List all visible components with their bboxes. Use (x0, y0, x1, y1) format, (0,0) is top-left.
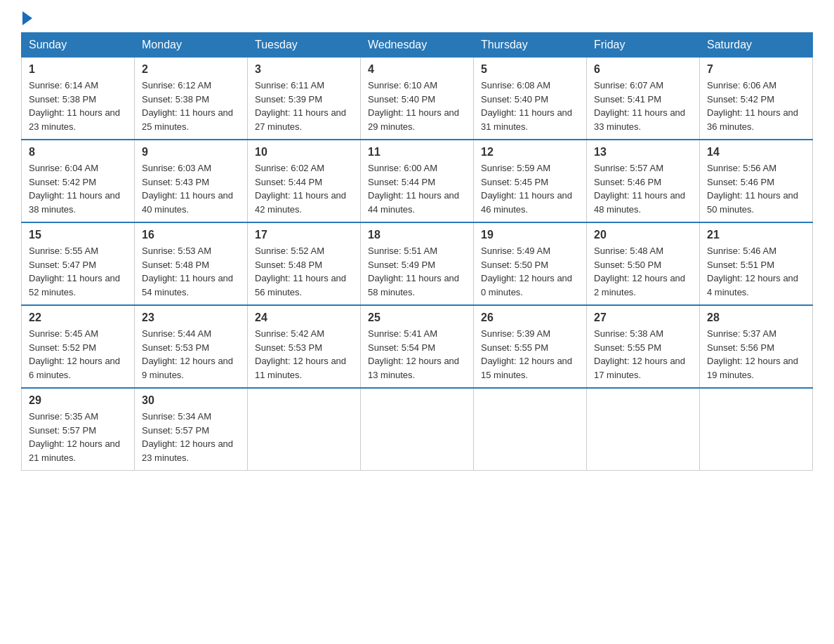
day-info: Sunrise: 6:03 AMSunset: 5:43 PMDaylight:… (142, 161, 240, 216)
calendar-week-row: 1Sunrise: 6:14 AMSunset: 5:38 PMDaylight… (22, 58, 813, 140)
day-number: 12 (481, 146, 579, 159)
calendar-cell: 10Sunrise: 6:02 AMSunset: 5:44 PMDayligh… (248, 140, 361, 222)
page-header (21, 14, 813, 25)
calendar-cell (474, 388, 587, 471)
day-number: 28 (707, 311, 805, 324)
day-info: Sunrise: 5:45 AMSunset: 5:52 PMDaylight:… (29, 327, 127, 382)
day-number: 6 (594, 63, 692, 76)
calendar-cell: 4Sunrise: 6:10 AMSunset: 5:40 PMDaylight… (361, 58, 474, 140)
day-info: Sunrise: 6:14 AMSunset: 5:38 PMDaylight:… (29, 79, 127, 133)
day-number: 9 (142, 146, 240, 159)
day-number: 21 (707, 229, 805, 241)
calendar-cell: 3Sunrise: 6:11 AMSunset: 5:39 PMDaylight… (248, 58, 361, 140)
day-number: 3 (255, 63, 353, 76)
calendar-table: SundayMondayTuesdayWednesdayThursdayFrid… (21, 32, 813, 471)
day-info: Sunrise: 5:59 AMSunset: 5:45 PMDaylight:… (481, 161, 579, 216)
calendar-cell (361, 388, 474, 471)
calendar-cell: 29Sunrise: 5:35 AMSunset: 5:57 PMDayligh… (22, 388, 135, 471)
calendar-cell: 22Sunrise: 5:45 AMSunset: 5:52 PMDayligh… (22, 305, 135, 388)
day-info: Sunrise: 6:02 AMSunset: 5:44 PMDaylight:… (255, 161, 353, 216)
calendar-cell: 17Sunrise: 5:52 AMSunset: 5:48 PMDayligh… (248, 222, 361, 305)
calendar-cell: 27Sunrise: 5:38 AMSunset: 5:55 PMDayligh… (587, 305, 700, 388)
day-info: Sunrise: 5:37 AMSunset: 5:56 PMDaylight:… (707, 327, 805, 382)
day-number: 30 (142, 394, 240, 407)
day-number: 19 (481, 229, 579, 241)
col-header-sunday: Sunday (22, 33, 135, 58)
day-number: 15 (29, 229, 127, 241)
day-info: Sunrise: 5:42 AMSunset: 5:53 PMDaylight:… (255, 327, 353, 382)
calendar-week-row: 29Sunrise: 5:35 AMSunset: 5:57 PMDayligh… (22, 388, 813, 471)
calendar-cell: 9Sunrise: 6:03 AMSunset: 5:43 PMDaylight… (135, 140, 248, 222)
calendar-cell: 26Sunrise: 5:39 AMSunset: 5:55 PMDayligh… (474, 305, 587, 388)
col-header-wednesday: Wednesday (361, 33, 474, 58)
day-number: 29 (29, 394, 127, 407)
day-info: Sunrise: 6:06 AMSunset: 5:42 PMDaylight:… (707, 79, 805, 133)
day-number: 23 (142, 311, 240, 324)
day-number: 25 (368, 311, 466, 324)
day-info: Sunrise: 6:12 AMSunset: 5:38 PMDaylight:… (142, 79, 240, 133)
calendar-cell: 23Sunrise: 5:44 AMSunset: 5:53 PMDayligh… (135, 305, 248, 388)
day-number: 7 (707, 63, 805, 76)
day-number: 20 (594, 229, 692, 241)
calendar-cell: 21Sunrise: 5:46 AMSunset: 5:51 PMDayligh… (700, 222, 813, 305)
day-info: Sunrise: 5:34 AMSunset: 5:57 PMDaylight:… (142, 410, 240, 464)
day-number: 5 (481, 63, 579, 76)
day-info: Sunrise: 5:46 AMSunset: 5:51 PMDaylight:… (707, 244, 805, 299)
calendar-week-row: 22Sunrise: 5:45 AMSunset: 5:52 PMDayligh… (22, 305, 813, 388)
day-info: Sunrise: 5:55 AMSunset: 5:47 PMDaylight:… (29, 244, 127, 299)
calendar-cell: 14Sunrise: 5:56 AMSunset: 5:46 PMDayligh… (700, 140, 813, 222)
day-info: Sunrise: 5:41 AMSunset: 5:54 PMDaylight:… (368, 327, 466, 382)
calendar-cell: 30Sunrise: 5:34 AMSunset: 5:57 PMDayligh… (135, 388, 248, 471)
calendar-cell: 16Sunrise: 5:53 AMSunset: 5:48 PMDayligh… (135, 222, 248, 305)
day-info: Sunrise: 5:38 AMSunset: 5:55 PMDaylight:… (594, 327, 692, 382)
calendar-cell (700, 388, 813, 471)
day-info: Sunrise: 5:53 AMSunset: 5:48 PMDaylight:… (142, 244, 240, 299)
day-info: Sunrise: 6:00 AMSunset: 5:44 PMDaylight:… (368, 161, 466, 216)
day-number: 1 (29, 63, 127, 76)
calendar-cell: 11Sunrise: 6:00 AMSunset: 5:44 PMDayligh… (361, 140, 474, 222)
day-number: 11 (368, 146, 466, 159)
col-header-thursday: Thursday (474, 33, 587, 58)
calendar-header-row: SundayMondayTuesdayWednesdayThursdayFrid… (22, 33, 813, 58)
col-header-friday: Friday (587, 33, 700, 58)
day-number: 26 (481, 311, 579, 324)
calendar-cell: 18Sunrise: 5:51 AMSunset: 5:49 PMDayligh… (361, 222, 474, 305)
day-info: Sunrise: 5:39 AMSunset: 5:55 PMDaylight:… (481, 327, 579, 382)
day-info: Sunrise: 5:35 AMSunset: 5:57 PMDaylight:… (29, 410, 127, 464)
calendar-cell (587, 388, 700, 471)
day-info: Sunrise: 5:44 AMSunset: 5:53 PMDaylight:… (142, 327, 240, 382)
day-number: 8 (29, 146, 127, 159)
day-number: 27 (594, 311, 692, 324)
calendar-week-row: 15Sunrise: 5:55 AMSunset: 5:47 PMDayligh… (22, 222, 813, 305)
calendar-cell (248, 388, 361, 471)
calendar-cell: 15Sunrise: 5:55 AMSunset: 5:47 PMDayligh… (22, 222, 135, 305)
day-info: Sunrise: 5:52 AMSunset: 5:48 PMDaylight:… (255, 244, 353, 299)
col-header-tuesday: Tuesday (248, 33, 361, 58)
calendar-cell: 19Sunrise: 5:49 AMSunset: 5:50 PMDayligh… (474, 222, 587, 305)
day-info: Sunrise: 6:11 AMSunset: 5:39 PMDaylight:… (255, 79, 353, 133)
calendar-cell: 28Sunrise: 5:37 AMSunset: 5:56 PMDayligh… (700, 305, 813, 388)
calendar-cell: 24Sunrise: 5:42 AMSunset: 5:53 PMDayligh… (248, 305, 361, 388)
day-info: Sunrise: 5:51 AMSunset: 5:49 PMDaylight:… (368, 244, 466, 299)
calendar-cell: 1Sunrise: 6:14 AMSunset: 5:38 PMDaylight… (22, 58, 135, 140)
calendar-week-row: 8Sunrise: 6:04 AMSunset: 5:42 PMDaylight… (22, 140, 813, 222)
col-header-monday: Monday (135, 33, 248, 58)
day-info: Sunrise: 5:48 AMSunset: 5:50 PMDaylight:… (594, 244, 692, 299)
calendar-cell: 2Sunrise: 6:12 AMSunset: 5:38 PMDaylight… (135, 58, 248, 140)
day-number: 24 (255, 311, 353, 324)
calendar-cell: 12Sunrise: 5:59 AMSunset: 5:45 PMDayligh… (474, 140, 587, 222)
day-info: Sunrise: 6:07 AMSunset: 5:41 PMDaylight:… (594, 79, 692, 133)
day-info: Sunrise: 6:08 AMSunset: 5:40 PMDaylight:… (481, 79, 579, 133)
calendar-cell: 6Sunrise: 6:07 AMSunset: 5:41 PMDaylight… (587, 58, 700, 140)
day-info: Sunrise: 5:56 AMSunset: 5:46 PMDaylight:… (707, 161, 805, 216)
day-info: Sunrise: 5:49 AMSunset: 5:50 PMDaylight:… (481, 244, 579, 299)
day-number: 16 (142, 229, 240, 241)
day-number: 4 (368, 63, 466, 76)
logo (21, 14, 32, 25)
day-number: 14 (707, 146, 805, 159)
calendar-cell: 8Sunrise: 6:04 AMSunset: 5:42 PMDaylight… (22, 140, 135, 222)
day-number: 18 (368, 229, 466, 241)
day-number: 13 (594, 146, 692, 159)
day-number: 10 (255, 146, 353, 159)
logo-arrow-icon (22, 11, 32, 25)
